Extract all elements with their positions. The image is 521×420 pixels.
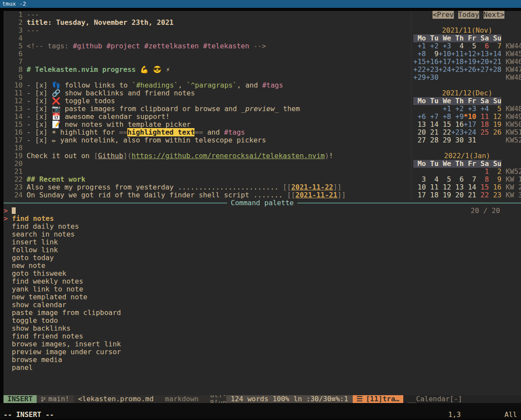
calendar-day[interactable]: +6	[413, 113, 426, 121]
calendar-day[interactable]: 9	[426, 50, 439, 58]
calendar-day[interactable]: +10	[439, 50, 451, 58]
palette-prompt-input[interactable]: > 20 / 20	[3, 207, 521, 215]
calendar-day[interactable]: 23	[489, 191, 501, 199]
palette-item[interactable]: insert link	[3, 238, 521, 246]
calendar-day[interactable]: +28	[489, 66, 501, 74]
palette-item[interactable]: browse images, insert link	[3, 340, 521, 348]
calendar-day[interactable]: +11	[451, 50, 464, 58]
calendar-day[interactable]: 31	[464, 136, 477, 144]
calendar-day[interactable]: 12	[489, 113, 501, 121]
calendar-day[interactable]: +8	[439, 113, 451, 121]
calendar-day[interactable]: *10	[464, 113, 477, 121]
calendar-next-button[interactable]: Next>	[484, 11, 504, 19]
calendar-day[interactable]: +17	[439, 58, 451, 66]
calendar-day[interactable]: 18	[426, 191, 439, 199]
calendar-day[interactable]: 13	[413, 121, 426, 129]
calendar-day[interactable]: +23	[451, 129, 464, 136]
palette-item[interactable]: show calendar	[3, 301, 521, 309]
palette-item[interactable]: yank link to note	[3, 285, 521, 293]
calendar-day[interactable]: 1	[476, 168, 489, 176]
calendar-day[interactable]: 7	[464, 176, 477, 183]
calendar-day[interactable]: +2	[426, 42, 439, 50]
calendar-day[interactable]: 21	[464, 191, 477, 199]
calendar-day[interactable]: +16	[426, 58, 439, 66]
calendar-day[interactable]: 21	[426, 129, 439, 136]
calendar-day[interactable]: 16	[489, 183, 501, 191]
calendar-day[interactable]: 20	[413, 129, 426, 136]
calendar-day[interactable]: +24	[464, 129, 477, 136]
calendar-day[interactable]: +21	[489, 58, 501, 66]
calendar-day[interactable]: +12	[464, 50, 477, 58]
calendar-day[interactable]: 7	[489, 42, 501, 50]
calendar-day[interactable]: +3	[439, 42, 451, 50]
calendar-day[interactable]: +23	[426, 66, 439, 74]
calendar-day[interactable]: +8	[413, 50, 426, 58]
calendar-day[interactable]: 11	[426, 183, 439, 191]
calendar-day[interactable]: 25	[476, 129, 489, 136]
calendar-day[interactable]: +29	[413, 74, 426, 81]
calendar-day[interactable]: +22	[413, 66, 426, 74]
calendar-day[interactable]: 9	[489, 176, 501, 183]
calendar-day[interactable]: 6	[451, 176, 464, 183]
calendar-day[interactable]: +3	[464, 105, 477, 113]
calendar-day[interactable]: 3	[413, 176, 426, 183]
calendar-day[interactable]: 22	[439, 129, 451, 136]
calendar-day[interactable]: 11	[476, 113, 489, 121]
palette-item[interactable]: new templated note	[3, 293, 521, 301]
palette-item[interactable]: show backlinks	[3, 325, 521, 332]
calendar-day[interactable]: 10	[413, 183, 426, 191]
calendar-day[interactable]: +1	[439, 105, 451, 113]
calendar-day[interactable]: 22	[476, 191, 489, 199]
calendar-day[interactable]: +9	[451, 113, 464, 121]
calendar-day[interactable]: 15	[439, 121, 451, 129]
calendar-day[interactable]: 18	[476, 121, 489, 129]
calendar-day[interactable]: 12	[439, 183, 451, 191]
calendar-day[interactable]: 29	[439, 136, 451, 144]
calendar-day[interactable]: 4	[426, 176, 439, 183]
calendar-prev-button[interactable]: <Prev	[432, 11, 453, 19]
palette-item[interactable]: browse media	[3, 356, 521, 364]
command-line[interactable]: :lua require('telekasten').panel()	[0, 403, 521, 411]
calendar-day[interactable]: 28	[426, 136, 439, 144]
calendar-day[interactable]: +27	[476, 66, 489, 74]
calendar-day[interactable]: 19	[489, 121, 501, 129]
calendar-day[interactable]: +4	[476, 105, 489, 113]
calendar-day[interactable]: 5	[439, 176, 451, 183]
calendar-day[interactable]: 26	[489, 129, 501, 136]
palette-item[interactable]: goto thisweek	[3, 270, 521, 278]
calendar-day[interactable]: +20	[476, 58, 489, 66]
calendar-day[interactable]: +30	[426, 74, 439, 81]
calendar-day[interactable]: 30	[451, 136, 464, 144]
calendar-day[interactable]: +19	[464, 58, 477, 66]
calendar-day[interactable]: 14	[426, 121, 439, 129]
calendar-day[interactable]: +7	[426, 113, 439, 121]
calendar-day[interactable]: 13	[451, 183, 464, 191]
calendar-day[interactable]: +15	[413, 58, 426, 66]
palette-item[interactable]: panel	[3, 364, 521, 372]
palette-selected-item[interactable]: >find notes	[3, 215, 521, 223]
calendar-day[interactable]: 8	[476, 176, 489, 183]
calendar-day[interactable]: +26	[464, 66, 477, 74]
calendar-day[interactable]: +24	[439, 66, 451, 74]
calendar-day[interactable]: +1	[413, 42, 426, 50]
calendar-day[interactable]: +2	[451, 105, 464, 113]
palette-item[interactable]: new note	[3, 262, 521, 270]
calendar-day[interactable]: 16	[451, 121, 464, 129]
calendar-day[interactable]: 20	[451, 191, 464, 199]
palette-item[interactable]: search in notes	[3, 230, 521, 238]
calendar-day[interactable]: 6	[476, 42, 489, 50]
calendar-day[interactable]: 15	[476, 183, 489, 191]
calendar-today-button[interactable]: Today	[458, 11, 479, 19]
calendar-day[interactable]: 17	[413, 191, 426, 199]
calendar-day[interactable]: +25	[451, 66, 464, 74]
palette-item[interactable]: find daily notes	[3, 223, 521, 230]
palette-item[interactable]: find friend notes	[3, 332, 521, 340]
calendar-day[interactable]: +17	[464, 121, 477, 129]
calendar-day[interactable]: 4	[451, 42, 464, 50]
calendar-day[interactable]: +18	[451, 58, 464, 66]
calendar-day[interactable]: +14	[489, 50, 501, 58]
calendar-day[interactable]: 5	[489, 105, 501, 113]
calendar-day[interactable]: 14	[464, 183, 477, 191]
calendar-day[interactable]: 19	[439, 191, 451, 199]
palette-item[interactable]: paste image from clipboard	[3, 309, 521, 317]
